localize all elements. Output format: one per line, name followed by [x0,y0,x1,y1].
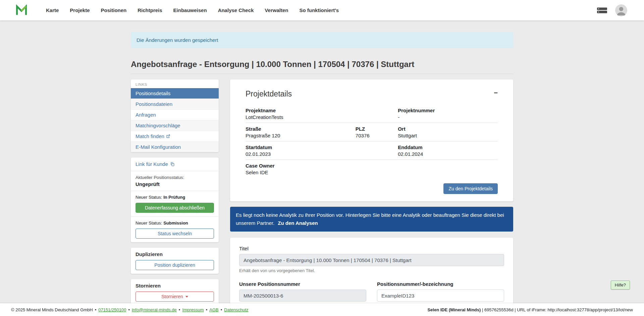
custom-number-input[interactable] [377,290,504,302]
server-icon[interactable] [597,7,607,14]
footer-datenschutz-link[interactable]: Datenschutz [224,307,248,312]
cancel-dropdown-button[interactable]: Stornieren [136,292,214,302]
footer-user: Selen IDE (Mineral Minds) [427,307,481,312]
footer-agb-link[interactable]: AGB [209,307,218,312]
nav-item-analyse-check[interactable]: Analyse Check [218,7,254,13]
sidebar: LINKS Positionsdetails Positionsdateien … [131,79,219,311]
footer-phone-link[interactable]: 07151/250100 [98,307,126,312]
field-enddatum: Enddatum 02.01.2024 [398,144,498,157]
cancel-title: Stornieren [136,283,214,289]
our-number-input [239,290,366,302]
field-projektname: Projektname LotCreationTests [246,108,398,120]
duplicate-card: Duplizieren Position duplizieren [131,248,219,274]
nav-item-einbauweisen[interactable]: Einbauweisen [173,7,207,13]
new-status-value-1: In Prüfung [163,195,185,200]
duplicate-position-button[interactable]: Position duplizieren [136,260,214,270]
nav-item-positionen[interactable]: Positionen [101,7,127,13]
field-startdatum: Startdatum 02.01.2023 [246,144,398,157]
nav-item-richtpreis[interactable]: Richtpreis [138,7,162,13]
customer-link[interactable]: Link für Kunde [136,161,175,167]
titel-input [239,254,504,266]
duplicate-title: Duplizieren [136,251,214,257]
new-status-line-1: Neuer Status: In Prüfung [136,195,214,200]
separator: • [206,307,208,312]
analytics-banner-text: Es liegt noch keine Analytik zu Ihrer Po… [236,212,504,226]
sidebar-item-positionsdetails[interactable]: Positionsdetails [131,88,219,99]
sidebar-item-anfragen[interactable]: Anfragen [131,110,219,120]
page-title: Angebotsanfrage - Entsorgung | 10.000 To… [131,60,513,74]
sidebar-link-list: Positionsdetails Positionsdateien Anfrag… [131,88,219,152]
current-status-label: Aktueller Positionsstatus: [136,175,214,180]
cancel-card: Stornieren Stornieren [131,279,219,305]
complete-data-entry-button[interactable]: Datenerfassung abschließen [136,203,214,213]
titel-helper: Erhält den von uns vorgegebenen Titel. [239,268,504,273]
navbar-right [597,4,627,16]
customer-link-label: Link für Kunde [136,161,168,167]
new-status-line-2: Neuer Status: Submission [136,220,214,226]
main-content: Projektdetails − Projektname LotCreation… [230,79,513,316]
nav-item-verwalten[interactable]: Verwalten [265,7,288,13]
nav-item-karte[interactable]: Karte [46,7,59,13]
copy-icon [170,162,175,167]
links-card: LINKS Positionsdetails Positionsdateien … [131,79,219,152]
field-ort: Ort Stuttgart [398,126,498,138]
sidebar-item-match-finden[interactable]: Match finden [131,131,219,142]
top-navbar: Karte Projekte Positionen Richtpreis Ein… [0,0,644,20]
separator: • [179,307,180,312]
copyright-text: © 2025 Mineral Minds Deutschland GmbH [11,307,93,312]
cancel-button-label: Stornieren [161,294,183,299]
switch-status-button[interactable]: Status wechseln [136,229,214,239]
custom-number-label: Positionsnummer/-bezeichnung [377,281,504,287]
field-plz: PLZ 70376 [356,126,398,138]
current-status-value: Ungeprüft [136,181,214,187]
separator: • [221,307,222,312]
caret-down-icon [185,296,188,298]
footer-impressum-link[interactable]: Impressum [182,307,204,312]
nav-item-so-funktionierts[interactable]: So funktioniert's [299,7,339,13]
new-status-value-2: Submission [163,220,188,226]
footer-session-details: | 69576255536d | URL of iFrame: http://l… [482,307,633,312]
new-status-prefix-2: Neuer Status: [136,220,162,226]
external-link-icon [166,134,170,138]
new-status-prefix: Neuer Status: [136,195,162,200]
project-details-card: Projektdetails − Projektname LotCreation… [230,79,513,201]
match-finden-label: Match finden [136,133,164,139]
footer-left: © 2025 Mineral Minds Deutschland GmbH • … [11,307,249,312]
user-avatar-icon[interactable] [615,4,627,16]
footer-email-link[interactable]: info@mineral-minds.de [132,307,177,312]
main-nav: Karte Projekte Positionen Richtpreis Ein… [46,7,350,13]
analytics-banner: Es liegt noch keine Analytik zu Ihrer Po… [230,207,513,232]
project-details-title: Projektdetails [246,89,292,99]
save-success-alert: Die Änderungen wurden gespeichert [131,32,513,48]
sidebar-item-email-konfiguration[interactable]: E-Mail Konfiguration [131,142,219,152]
footer-session-info: Selen IDE (Mineral Minds) | 69576255536d… [427,307,633,312]
separator: • [128,307,130,312]
sidebar-item-positionsdateien[interactable]: Positionsdateien [131,99,219,110]
field-case-owner: Case Owner Selen IDE [246,163,498,175]
project-fields: Projektname LotCreationTests Projektnumm… [246,105,498,178]
to-analyses-link[interactable]: Zu den Analysen [278,220,318,226]
mineral-minds-logo-icon[interactable] [15,4,28,16]
titel-label: Titel [239,246,504,251]
field-projektnummer: Projektnummer - [398,108,498,120]
nav-item-projekte[interactable]: Projekte [70,7,90,13]
help-button[interactable]: Hilfe? [611,280,630,290]
our-number-label: Unsere Positionsnummer [239,281,366,287]
status-card: Link für Kunde Aktueller Positionsstatus… [131,157,219,242]
footer: © 2025 Mineral Minds Deutschland GmbH • … [0,303,644,316]
to-project-details-button[interactable]: Zu den Projektdetails [443,183,498,194]
sidebar-item-matchingvorschlaege[interactable]: Matchingvorschläge [131,120,219,131]
field-strasse: Straße Pragstraße 120 [246,126,356,138]
separator: • [95,307,97,312]
collapse-icon[interactable]: − [494,89,498,96]
alert-message: Die Änderungen wurden gespeichert [137,37,218,43]
links-header: LINKS [131,79,219,88]
